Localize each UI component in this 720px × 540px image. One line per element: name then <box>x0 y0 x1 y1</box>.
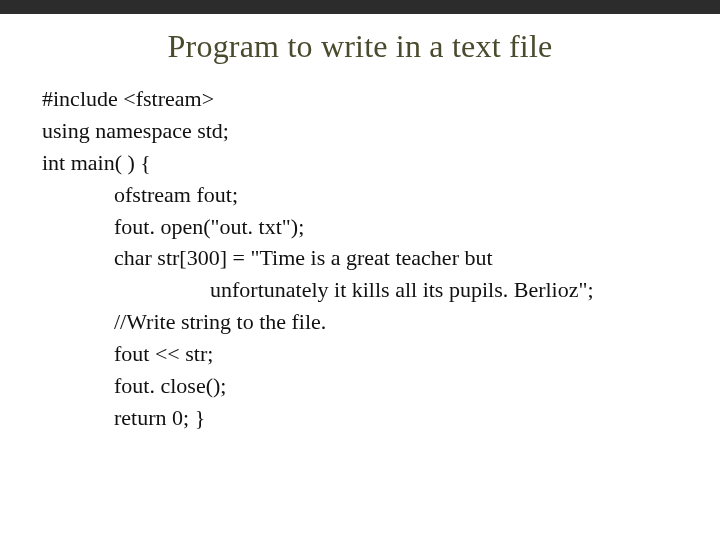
top-accent-bar <box>0 0 720 14</box>
code-line: fout. open("out. txt"); <box>42 211 700 243</box>
code-line: ofstream fout; <box>42 179 700 211</box>
code-block: #include <fstream> using namespace std; … <box>0 83 720 434</box>
code-line: int main( ) { <box>42 147 700 179</box>
code-line: fout << str; <box>42 338 700 370</box>
code-line: //Write string to the file. <box>42 306 700 338</box>
code-line: unfortunately it kills all its pupils. B… <box>42 274 700 306</box>
code-line: return 0; } <box>42 402 700 434</box>
code-line: char str[300] = "Time is a great teacher… <box>42 242 700 274</box>
slide-title: Program to write in a text file <box>0 28 720 65</box>
code-line: #include <fstream> <box>42 83 700 115</box>
code-line: using namespace std; <box>42 115 700 147</box>
slide: Program to write in a text file #include… <box>0 0 720 540</box>
code-line: fout. close(); <box>42 370 700 402</box>
